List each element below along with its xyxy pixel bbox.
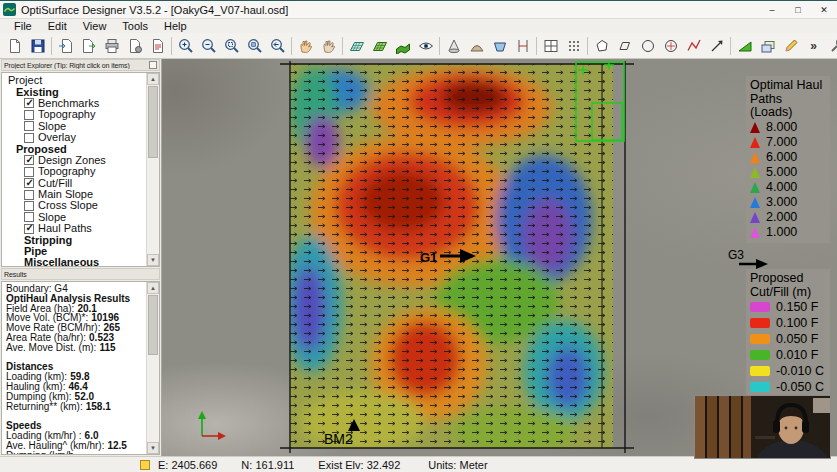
- wrench-icon: [829, 38, 837, 54]
- stockpile-tool-button[interactable]: [465, 35, 488, 57]
- topography-existing-checkbox[interactable]: [24, 110, 34, 120]
- haul-legend-row: 1.000: [750, 225, 826, 240]
- surface-mesh-button[interactable]: [368, 35, 391, 57]
- center-point-tool-button[interactable]: [659, 35, 682, 57]
- window-split-button[interactable]: [539, 35, 562, 57]
- grab-hand-icon: [321, 38, 337, 54]
- tree-scrollbar[interactable]: ▲ ▼: [146, 73, 159, 266]
- menu-tools[interactable]: Tools: [114, 20, 156, 32]
- app-logo-icon: [3, 3, 16, 16]
- menu-file[interactable]: File: [6, 20, 40, 32]
- menu-edit[interactable]: Edit: [40, 20, 75, 32]
- tree-item-cross-slope[interactable]: Cross Slope: [2, 200, 159, 211]
- tree-scroll-up-icon[interactable]: ▲: [147, 73, 159, 85]
- benchmarks-checkbox[interactable]: [24, 98, 34, 108]
- new-button[interactable]: [3, 35, 26, 57]
- arrow-tool-button[interactable]: [705, 35, 728, 57]
- cutfill-swatch-icon: [750, 350, 770, 360]
- slope-proposed-checkbox[interactable]: [24, 212, 34, 222]
- report-button[interactable]: [146, 35, 169, 57]
- result-returning-km: Returning** (km):158.1: [6, 402, 159, 412]
- tree-scroll-thumb[interactable]: [148, 86, 158, 158]
- cutfill-checkbox[interactable]: [24, 178, 34, 188]
- print-icon: [104, 38, 120, 54]
- haul-paths-legend: Optimal Haul Paths (Loads) 8.000 7.000 6…: [746, 76, 830, 243]
- tree-item-overlay[interactable]: Overlay: [2, 132, 159, 143]
- trapezoid-icon: [617, 38, 633, 54]
- zoom-extents-button[interactable]: [243, 35, 266, 57]
- zoom-out-button[interactable]: [197, 35, 220, 57]
- tree-scroll-down-icon[interactable]: ▼: [147, 254, 159, 266]
- zone-marker-g3: G3: [728, 248, 768, 269]
- export-button[interactable]: [77, 35, 100, 57]
- results-scrollbar[interactable]: ▲ ▼: [146, 282, 159, 454]
- slope-existing-checkbox[interactable]: [24, 121, 34, 131]
- overlay-checkbox[interactable]: [24, 133, 34, 143]
- layers-icon: [760, 38, 776, 54]
- surface-grid-button[interactable]: [345, 35, 368, 57]
- cutfill-legend-row: 0.050 F: [750, 331, 826, 347]
- cross-section-button[interactable]: [511, 35, 534, 57]
- zoom-previous-icon: [270, 38, 286, 54]
- layers-button[interactable]: [756, 35, 779, 57]
- tree-item-slope-existing[interactable]: Slope: [2, 121, 159, 132]
- tree-item-miscellaneous[interactable]: Miscellaneous: [2, 257, 159, 267]
- haul-paths-checkbox[interactable]: [24, 224, 34, 234]
- cutfill-swatch-icon: [750, 302, 770, 312]
- tree-item-topography-existing[interactable]: Topography: [2, 109, 159, 120]
- polygon-tool-button[interactable]: [590, 35, 613, 57]
- webcam-video: [695, 396, 831, 459]
- surface-3d-button[interactable]: [391, 35, 414, 57]
- result-dumping-speed: Dumping (km/h: [6, 451, 159, 455]
- grab-button[interactable]: [317, 35, 340, 57]
- zoom-window-button[interactable]: [220, 35, 243, 57]
- zoom-in-button[interactable]: [174, 35, 197, 57]
- surface-mesh-icon: [372, 38, 388, 54]
- results-scroll-thumb[interactable]: [148, 295, 158, 355]
- tree-item-project[interactable]: Project: [2, 75, 159, 86]
- haul-legend-row: 3.000: [750, 195, 826, 210]
- haul-arrow-icon: [750, 137, 760, 148]
- zoom-previous-button[interactable]: [266, 35, 289, 57]
- pan-button[interactable]: [294, 35, 317, 57]
- zoom-window-icon: [224, 38, 240, 54]
- polyline-tool-button[interactable]: [682, 35, 705, 57]
- menu-view[interactable]: View: [75, 20, 115, 32]
- import-button[interactable]: [54, 35, 77, 57]
- main-slope-checkbox[interactable]: [24, 190, 34, 200]
- menu-help[interactable]: Help: [156, 20, 195, 32]
- close-button[interactable]: ✕: [811, 1, 837, 18]
- grid-snap-button[interactable]: [562, 35, 585, 57]
- circle-tool-button[interactable]: [636, 35, 659, 57]
- center-point-icon: [663, 38, 679, 54]
- project-explorer-title: Project Explorer (Tip: Right click on it…: [4, 62, 130, 69]
- status-units: Units: Meter: [428, 459, 487, 471]
- slope-tool-button[interactable]: [733, 35, 756, 57]
- minimize-button[interactable]: –: [759, 1, 785, 18]
- save-button[interactable]: [26, 35, 49, 57]
- toolbar-overflow-button[interactable]: »: [802, 35, 825, 57]
- pencil-icon: [783, 38, 799, 54]
- topography-proposed-checkbox[interactable]: [24, 167, 34, 177]
- results-scroll-up-icon[interactable]: ▲: [147, 282, 159, 294]
- pond-icon: [492, 38, 508, 54]
- print-button[interactable]: [100, 35, 123, 57]
- trapezoid-tool-button[interactable]: [613, 35, 636, 57]
- results-scroll-down-icon[interactable]: ▼: [147, 442, 159, 454]
- cutfill-swatch-icon: [750, 334, 770, 344]
- report-icon: [150, 38, 166, 54]
- panel-close-button[interactable]: [149, 61, 157, 69]
- eye-icon: [418, 38, 434, 54]
- maximize-button[interactable]: □: [785, 1, 811, 18]
- pond-tool-button[interactable]: [488, 35, 511, 57]
- result-move-dist: Ave. Move Dist. (m):115: [6, 343, 159, 353]
- page-setup-button[interactable]: [123, 35, 146, 57]
- design-zones-checkbox[interactable]: [24, 155, 34, 165]
- cone-tool-button[interactable]: [442, 35, 465, 57]
- tools-button[interactable]: [825, 35, 837, 57]
- visibility-button[interactable]: [414, 35, 437, 57]
- tree-item-haul-paths[interactable]: Haul Paths: [2, 223, 159, 234]
- annotate-button[interactable]: [779, 35, 802, 57]
- cross-slope-checkbox[interactable]: [24, 201, 34, 211]
- webcam-overlay: [694, 395, 831, 459]
